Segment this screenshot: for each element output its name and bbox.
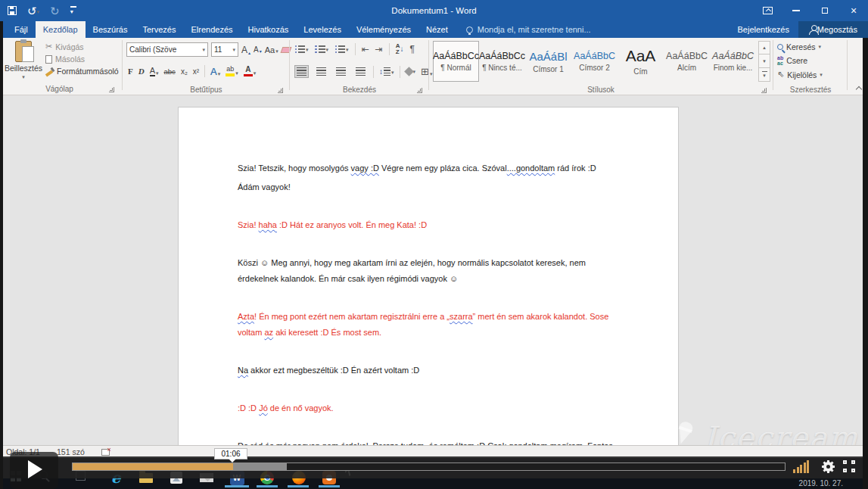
bullet-list-icon bbox=[294, 45, 305, 53]
tab-references[interactable]: Hivatkozás bbox=[241, 21, 297, 38]
bold-button[interactable]: F bbox=[128, 67, 133, 76]
font-dialog-launcher[interactable] bbox=[278, 88, 283, 93]
style-name: Finom kie... bbox=[714, 64, 753, 72]
align-left-button[interactable] bbox=[294, 65, 309, 78]
tab-insert[interactable]: Beszúrás bbox=[86, 21, 135, 38]
justify-button[interactable] bbox=[353, 65, 368, 78]
replace-button[interactable]: abacCsere bbox=[777, 55, 823, 66]
ribbon-tabs: Fájl Kezdőlap Beszúrás Tervezés Elrendez… bbox=[0, 21, 868, 38]
grow-font-button[interactable]: A▴ bbox=[241, 45, 250, 55]
tab-view[interactable]: Nézet bbox=[418, 21, 456, 38]
tab-mailings[interactable]: Levelezés bbox=[296, 21, 349, 38]
collapse-ribbon-button[interactable] bbox=[856, 86, 862, 92]
paste-dropdown-icon[interactable]: ▾ bbox=[22, 74, 25, 80]
decrease-indent-button[interactable]: ⇤ bbox=[362, 44, 369, 55]
shrink-font-label: A bbox=[254, 45, 259, 54]
underline-button[interactable]: A▾ bbox=[150, 66, 159, 76]
tab-home[interactable]: Kezdőlap bbox=[36, 21, 86, 38]
style-no-spacing[interactable]: AaÁáBbCc¶ Nincs té... bbox=[479, 41, 525, 82]
italic-button[interactable]: D bbox=[138, 67, 145, 76]
restore-button[interactable] bbox=[810, 0, 839, 21]
text-effects-button[interactable]: A▾ bbox=[210, 66, 220, 77]
document-page[interactable]: Szia! Tetszik, hogy mosolygós vagy :D Vé… bbox=[178, 107, 679, 463]
superscript-button[interactable]: x² bbox=[193, 67, 199, 76]
styles-more-button[interactable]: ▾ bbox=[758, 68, 770, 82]
increase-indent-button[interactable]: ⇥ bbox=[375, 44, 383, 55]
seek-bar[interactable] bbox=[72, 463, 786, 471]
font-size-combobox[interactable]: 11▾ bbox=[211, 42, 238, 57]
style-sample: AaÁáBbC bbox=[666, 51, 708, 61]
video-player-controls bbox=[0, 456, 868, 478]
style-subtle-emphasis[interactable]: AaÁáBbCFinom kie... bbox=[710, 41, 756, 82]
volume-button[interactable] bbox=[793, 460, 809, 473]
document-area: Szia! Tetszik, hogy mosolygós vagy :D Vé… bbox=[0, 96, 868, 458]
subscript-button[interactable]: x₂ bbox=[181, 67, 188, 76]
numbering-button[interactable]: ▾ bbox=[315, 45, 329, 53]
word-count[interactable]: 151 szó bbox=[57, 447, 85, 456]
format-painter-button[interactable]: Formátummásoló bbox=[45, 67, 119, 76]
font-color-button[interactable]: A▾ bbox=[244, 66, 257, 77]
minimize-button[interactable] bbox=[782, 0, 810, 21]
replace-icon: abac bbox=[777, 55, 783, 66]
style-heading2[interactable]: AaÁáBbCCímsor 2 bbox=[571, 41, 618, 82]
person-icon bbox=[809, 25, 813, 34]
brush-icon bbox=[45, 67, 54, 76]
multilevel-list-button[interactable]: ▾ bbox=[334, 45, 349, 53]
share-button[interactable]: Megosztás bbox=[798, 21, 868, 38]
paste-button[interactable]: Beillesztés ▾ bbox=[5, 41, 42, 89]
bullets-button[interactable]: ▾ bbox=[294, 45, 309, 53]
proofing-errors-icon[interactable] bbox=[101, 449, 110, 456]
style-normal[interactable]: AaÁáBbCc¶ Normál bbox=[433, 41, 479, 82]
style-heading1[interactable]: AaÁáBlCímsor 1 bbox=[525, 41, 571, 82]
select-button[interactable]: ⇖Kijelölés▾ bbox=[777, 70, 823, 79]
styles-scroll-up-button[interactable]: ▴ bbox=[758, 41, 770, 55]
clipboard-dialog-launcher[interactable] bbox=[109, 87, 114, 92]
tab-layout[interactable]: Elrendezés bbox=[184, 21, 241, 38]
play-button[interactable] bbox=[10, 452, 58, 489]
shading-button[interactable]: ▾ bbox=[406, 68, 416, 75]
taskbar-date: 2019. 10. 27. bbox=[799, 479, 843, 487]
tab-file[interactable]: Fájl bbox=[7, 21, 36, 38]
shrink-font-button[interactable]: A▾ bbox=[254, 45, 262, 54]
fullscreen-button[interactable] bbox=[843, 460, 855, 472]
styles-scroll-down-button[interactable]: ▾ bbox=[758, 55, 770, 68]
divider bbox=[400, 66, 400, 78]
change-case-button[interactable]: Aa▾ bbox=[265, 45, 278, 55]
tell-me-box[interactable]: Mondja el, mit szeretne tenni... bbox=[456, 21, 591, 38]
sign-in-button[interactable]: Bejelentkezés bbox=[729, 21, 799, 38]
style-title[interactable]: AaACím bbox=[618, 41, 664, 82]
strikethrough-button[interactable]: abc bbox=[164, 67, 176, 76]
clipboard-icon bbox=[15, 41, 32, 62]
find-label: Keresés bbox=[786, 42, 816, 51]
cut-button[interactable]: ✂Kivágás bbox=[45, 42, 119, 51]
lightbulb-icon bbox=[466, 26, 473, 33]
chevron-down-icon: ▾ bbox=[202, 47, 205, 53]
align-right-button[interactable] bbox=[334, 65, 348, 78]
group-separator bbox=[428, 40, 429, 90]
paragraph-dialog-launcher[interactable] bbox=[417, 88, 422, 93]
document-text[interactable]: Szia! Tetszik, hogy mosolygós vagy :D Vé… bbox=[238, 160, 627, 457]
group-paragraph: ▾ ▾ ▾ ⇤ ⇥ AZ↓ ¶ ↕▾ ▾ ⊞▾ Bekezdés bbox=[291, 38, 428, 95]
font-family-combobox[interactable]: Calibri (Szöve▾ bbox=[126, 42, 208, 57]
sort-button[interactable]: AZ↓ bbox=[396, 43, 404, 55]
ribbon-display-options-button[interactable] bbox=[753, 0, 782, 21]
style-subtitle[interactable]: AaÁáBbCAlcím bbox=[664, 41, 710, 82]
tab-review[interactable]: Véleményezés bbox=[349, 21, 418, 38]
align-center-button[interactable] bbox=[314, 65, 328, 78]
find-button[interactable]: Keresés▾ bbox=[777, 42, 823, 51]
show-paragraph-marks-button[interactable]: ¶ bbox=[409, 44, 414, 55]
grow-font-label: A bbox=[241, 45, 247, 55]
highlight-button[interactable]: ab▾ bbox=[226, 66, 238, 76]
copy-button[interactable]: Másolás bbox=[45, 55, 119, 64]
line-spacing-button[interactable]: ↕▾ bbox=[379, 67, 394, 76]
style-sample: AaÁáBl bbox=[529, 50, 567, 63]
tab-design[interactable]: Tervezés bbox=[135, 21, 183, 38]
style-sample: AaA bbox=[626, 47, 656, 65]
window-title: Dokumentum1 - Word bbox=[0, 0, 868, 21]
close-button[interactable]: × bbox=[839, 0, 868, 21]
settings-gear-icon[interactable] bbox=[822, 460, 835, 473]
text-effects-label: A bbox=[210, 66, 217, 77]
styles-dialog-launcher[interactable] bbox=[761, 88, 767, 93]
doc-paragraph: Köszi ☺ Meg annyi, hogy meg akartam írni… bbox=[238, 255, 627, 287]
underline-label: A bbox=[150, 66, 155, 76]
